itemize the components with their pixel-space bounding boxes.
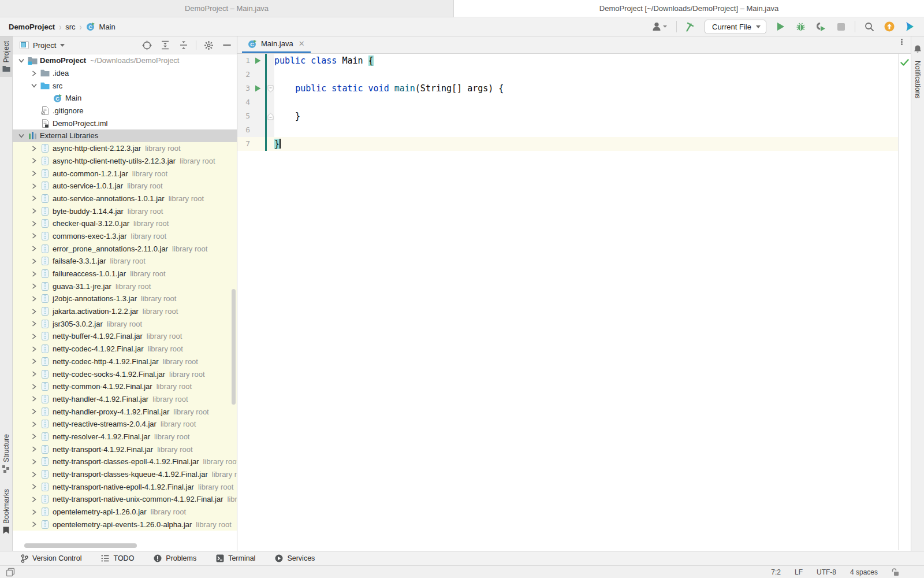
- chevron-right-icon[interactable]: [29, 309, 39, 314]
- chevron-right-icon[interactable]: [29, 484, 39, 490]
- tree-row-library[interactable]: opentelemetry-api-events-1.26.0-alpha.ja…: [13, 518, 237, 531]
- build-hammer-icon[interactable]: [684, 20, 697, 33]
- run-configuration-select[interactable]: Current File: [705, 20, 766, 34]
- tree-row-library[interactable]: auto-service-1.0.1.jarlibrary root: [13, 180, 237, 192]
- tree-row-library[interactable]: opentelemetry-api-1.26.0.jarlibrary root: [13, 506, 237, 518]
- project-view-select[interactable]: Project: [20, 41, 140, 50]
- chevron-down-icon[interactable]: [16, 58, 27, 63]
- tree-row--gitignore[interactable]: .gitignore: [13, 105, 237, 117]
- chevron-right-icon[interactable]: [29, 409, 39, 414]
- chevron-right-icon[interactable]: [29, 521, 39, 527]
- tree-row-library[interactable]: async-http-client-netty-utils-2.12.3.jar…: [13, 155, 237, 168]
- chevron-right-icon[interactable]: [29, 221, 39, 227]
- chevron-right-icon[interactable]: [29, 334, 39, 339]
- tree-row-library[interactable]: jakarta.activation-1.2.2.jarlibrary root: [13, 305, 237, 318]
- tree-row--idea[interactable]: .idea: [13, 67, 237, 80]
- tree-row-library[interactable]: netty-buffer-4.1.92.Final.jarlibrary roo…: [13, 330, 237, 343]
- tree-row-library[interactable]: netty-transport-classes-kqueue-4.1.92.Fi…: [13, 468, 237, 481]
- tree-row-library[interactable]: checker-qual-3.12.0.jarlibrary root: [13, 217, 237, 230]
- chevron-right-icon[interactable]: [29, 497, 39, 502]
- code-line-5[interactable]: 5 }: [237, 109, 911, 123]
- fold-marker-icon[interactable]: [267, 81, 274, 95]
- chevron-right-icon[interactable]: [29, 346, 39, 352]
- tool-window-button-bookmarks[interactable]: Bookmarks: [0, 484, 12, 539]
- code-line-2[interactable]: 2: [237, 68, 911, 81]
- code-line-3[interactable]: 3 public static void main(String[] args)…: [237, 81, 911, 95]
- tree-row-library[interactable]: jsr305-3.0.2.jarlibrary root: [13, 317, 237, 330]
- editor-options-kebab-icon[interactable]: [901, 39, 903, 45]
- tree-row-library[interactable]: failsafe-3.3.1.jarlibrary root: [13, 255, 237, 268]
- editor-tab-main-java[interactable]: C Main.java ✕: [242, 36, 311, 53]
- indent-widget[interactable]: 4 spaces: [850, 568, 878, 576]
- code-line-6[interactable]: 6: [237, 123, 911, 137]
- tree-row-library[interactable]: async-http-client-2.12.3.jarlibrary root: [13, 142, 237, 155]
- tree-row-library[interactable]: j2objc-annotations-1.3.jarlibrary root: [13, 292, 237, 305]
- profiler-button[interactable]: [814, 20, 827, 33]
- run-gutter-icon[interactable]: [251, 54, 264, 68]
- chevron-right-icon[interactable]: [29, 421, 39, 427]
- tree-row-library[interactable]: failureaccess-1.0.1.jarlibrary root: [13, 268, 237, 280]
- chevron-right-icon[interactable]: [29, 171, 39, 176]
- tree-row-library[interactable]: guava-31.1-jre.jarlibrary root: [13, 280, 237, 292]
- tool-window-button-version-control[interactable]: Version Control: [21, 554, 81, 563]
- tool-window-button-terminal[interactable]: Terminal: [216, 554, 255, 562]
- caret-position-widget[interactable]: 7:2: [771, 568, 781, 576]
- settings-gear-icon[interactable]: [202, 39, 215, 51]
- breadcrumb-project[interactable]: DemoProject: [9, 23, 55, 31]
- tree-row-library[interactable]: netty-handler-4.1.92.Final.jarlibrary ro…: [13, 393, 237, 406]
- chevron-right-icon[interactable]: [29, 158, 39, 164]
- tree-row-library[interactable]: commons-exec-1.3.jarlibrary root: [13, 230, 237, 243]
- chevron-right-icon[interactable]: [29, 246, 39, 251]
- encoding-widget[interactable]: UTF-8: [817, 568, 836, 576]
- tool-window-button-problems[interactable]: Problems: [154, 554, 196, 562]
- locate-file-icon[interactable]: [140, 39, 153, 51]
- tree-row-library[interactable]: netty-transport-classes-epoll-4.1.92.Fin…: [13, 455, 237, 468]
- tree-row-library[interactable]: netty-resolver-4.1.92.Final.jarlibrary r…: [13, 431, 237, 443]
- tree-row-library[interactable]: netty-codec-http-4.1.92.Final.jarlibrary…: [13, 355, 237, 368]
- tool-window-button-todo[interactable]: TODO: [101, 554, 134, 562]
- tree-row-library[interactable]: byte-buddy-1.14.4.jarlibrary root: [13, 205, 237, 217]
- tree-row-main[interactable]: CMain: [13, 92, 237, 105]
- chevron-right-icon[interactable]: [29, 146, 39, 151]
- chevron-right-icon[interactable]: [29, 296, 39, 302]
- notifications-bell-icon[interactable]: [913, 45, 922, 54]
- chevron-right-icon[interactable]: [29, 283, 39, 289]
- tree-row-library[interactable]: netty-reactive-streams-2.0.4.jarlibrary …: [13, 418, 237, 431]
- hide-panel-icon[interactable]: [221, 39, 233, 51]
- chevron-right-icon[interactable]: [29, 371, 39, 377]
- line-separator-widget[interactable]: LF: [795, 568, 803, 576]
- tree-row-library[interactable]: netty-common-4.1.92.Final.jarlibrary roo…: [13, 380, 237, 393]
- tree-row-library[interactable]: auto-common-1.2.1.jarlibrary root: [13, 167, 237, 180]
- update-available-icon[interactable]: [883, 20, 896, 33]
- tree-row-src[interactable]: src: [13, 79, 237, 92]
- fold-marker-icon[interactable]: [267, 109, 274, 123]
- chevron-right-icon[interactable]: [29, 183, 39, 189]
- tree-row-demoproject-iml[interactable]: DemoProject.iml: [13, 117, 237, 129]
- tool-window-switcher-icon[interactable]: [0, 568, 15, 577]
- project-tree-vertical-scrollbar[interactable]: [232, 289, 236, 405]
- inspections-ok-icon[interactable]: [900, 59, 909, 66]
- run-gutter-icon[interactable]: [251, 81, 264, 95]
- chevron-right-icon[interactable]: [29, 195, 39, 201]
- code-line-7[interactable]: 7}: [237, 137, 911, 151]
- search-everywhere-icon[interactable]: [863, 20, 875, 33]
- code-line-4[interactable]: 4: [237, 95, 911, 109]
- code-line-1[interactable]: 1public class Main {: [237, 54, 911, 68]
- chevron-right-icon[interactable]: [29, 384, 39, 390]
- tree-row-library[interactable]: netty-transport-native-unix-common-4.1.9…: [13, 493, 237, 506]
- chevron-right-icon[interactable]: [29, 71, 39, 76]
- breadcrumb-main[interactable]: Main: [99, 23, 116, 31]
- tool-window-button-project[interactable]: Project: [0, 36, 12, 77]
- chevron-right-icon[interactable]: [29, 396, 39, 402]
- chevron-right-icon[interactable]: [29, 433, 39, 439]
- run-button[interactable]: [774, 20, 787, 33]
- tree-row-external-libraries[interactable]: External Libraries: [13, 129, 237, 142]
- user-profile-icon[interactable]: [650, 20, 669, 33]
- tree-row-library[interactable]: netty-transport-native-epoll-4.1.92.Fina…: [13, 480, 237, 493]
- chevron-down-icon[interactable]: [16, 134, 27, 138]
- chevron-right-icon[interactable]: [29, 446, 39, 452]
- chevron-right-icon[interactable]: [29, 208, 39, 214]
- tree-row-library[interactable]: netty-codec-4.1.92.Final.jarlibrary root: [13, 343, 237, 355]
- tool-window-button-services[interactable]: Services: [275, 554, 315, 562]
- collapse-all-icon[interactable]: [177, 39, 190, 51]
